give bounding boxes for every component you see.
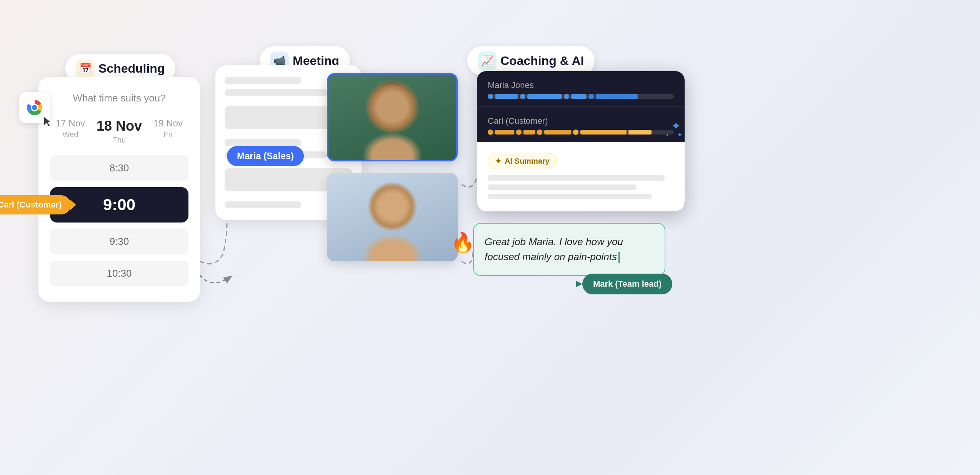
team-lead-name: Mark (Team lead) xyxy=(593,279,662,289)
date-day-18: 18 Nov xyxy=(97,118,142,134)
sparkle-decoration-2: ✦ xyxy=(677,131,683,139)
date-label-fri: Fri xyxy=(163,130,172,139)
ai-summary-label-text: AI Summary xyxy=(505,157,550,166)
ai-summary-badge: ✦ AI Summary xyxy=(488,153,557,169)
carl-track: Carl (Customer) xyxy=(477,107,685,142)
male-portrait xyxy=(327,173,458,261)
svg-point-2 xyxy=(32,105,37,110)
date-col-fri: 19 Nov Fri xyxy=(153,118,183,144)
team-lead-tag: Mark (Team lead) xyxy=(582,274,672,294)
maria-track: Maria Jones xyxy=(477,71,685,107)
fire-emoji: 🔥 xyxy=(451,231,475,254)
date-day-19: 19 Nov xyxy=(153,118,183,129)
time-slot-1030[interactable]: 10:30 xyxy=(50,261,188,286)
date-row: 17 Nov Wed 18 Nov Thu 19 Nov Fri xyxy=(50,118,188,144)
carl-dot-2 xyxy=(516,130,522,135)
svg-marker-4 xyxy=(576,281,582,287)
maria-track-name: Maria Jones xyxy=(488,80,674,90)
date-label-thu: Thu xyxy=(113,136,126,144)
time-slots: 8:30 9:00 Carl (Customer) 9:30 10:30 xyxy=(50,155,188,286)
date-label-wed: Wed xyxy=(63,130,78,139)
time-slot-830[interactable]: 8:30 xyxy=(50,155,188,181)
coaching-badge-label: Coaching & AI xyxy=(500,54,584,68)
carl-seg-2 xyxy=(523,130,535,135)
carl-seg-4 xyxy=(580,130,627,135)
coaching-ai-content: ✦ AI Summary xyxy=(477,142,685,211)
date-day-17: 17 Nov xyxy=(56,118,85,129)
video-panel-female xyxy=(327,73,458,161)
carl-seg-1 xyxy=(495,130,514,135)
text-cursor xyxy=(618,252,620,263)
sparkle-decoration-3: ✦ xyxy=(665,133,669,138)
dot-2 xyxy=(520,94,525,99)
ai-line-2 xyxy=(488,184,637,190)
tag-arrow xyxy=(70,199,76,210)
dot-1 xyxy=(488,94,493,99)
scheduling-badge-label: Scheduling xyxy=(98,61,165,76)
send-arrow-icon xyxy=(575,279,584,289)
carl-dot-3 xyxy=(537,130,542,135)
feedback-bubble: 🔥 Great job Maria. I love how you focuse… xyxy=(473,223,665,276)
dot-4 xyxy=(588,94,594,99)
placeholder-5 xyxy=(225,201,301,208)
seg-4 xyxy=(596,94,638,99)
carl-dot-4 xyxy=(573,130,578,135)
dot-3 xyxy=(564,94,569,99)
time-slot-930[interactable]: 9:30 xyxy=(50,229,188,254)
date-col-thu: 18 Nov Thu xyxy=(97,118,142,144)
seg-2 xyxy=(527,94,562,99)
calendar-icon: 📅 xyxy=(76,59,95,78)
coaching-panel: Maria Jones Carl (Customer) xyxy=(477,71,685,211)
placeholder-1 xyxy=(225,77,301,84)
svg-marker-3 xyxy=(44,117,51,126)
time-slot-900-selected[interactable]: 9:00 Carl (Customer) xyxy=(50,187,188,223)
sparkle-icon: ✦ xyxy=(495,156,502,166)
female-portrait xyxy=(328,75,456,160)
scheduling-prompt: What time suits you? xyxy=(50,92,188,104)
ai-summary-lines xyxy=(488,175,674,199)
carl-track-name: Carl (Customer) xyxy=(488,116,674,126)
carl-dot-1 xyxy=(488,130,493,135)
customer-tag: Carl (Customer) xyxy=(0,195,71,214)
scheduling-card: What time suits you? 17 Nov Wed 18 Nov T… xyxy=(38,77,200,302)
chrome-icon xyxy=(19,92,50,123)
seg-1 xyxy=(495,94,518,99)
ai-line-1 xyxy=(488,175,665,181)
date-col-wed: 17 Nov Wed xyxy=(56,118,85,144)
carl-seg-3 xyxy=(544,130,571,135)
chart-icon: 📈 xyxy=(478,51,497,70)
video-panel-male xyxy=(327,173,458,261)
placeholder-2 xyxy=(225,89,327,96)
seg-3 xyxy=(571,94,587,99)
feedback-text: Great job Maria. I love how you focused … xyxy=(485,234,652,264)
placeholder-3 xyxy=(225,139,301,146)
carl-seg-highlight xyxy=(628,130,652,135)
ai-line-3 xyxy=(488,194,652,199)
maria-sales-label: Maria (Sales) xyxy=(227,146,304,166)
